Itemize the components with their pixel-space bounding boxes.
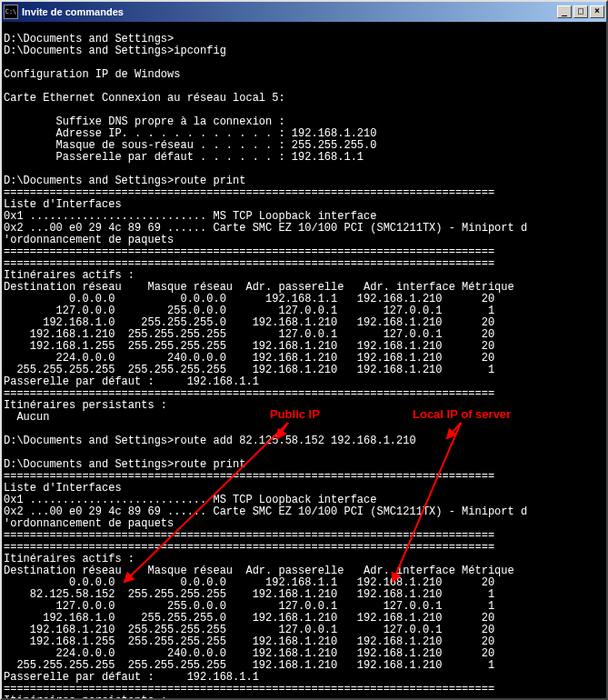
separator: ========================================…: [4, 257, 494, 270]
output-line: Liste d'Interfaces: [4, 482, 122, 495]
prompt-line: D:\Documents and Settings>route print: [4, 458, 245, 471]
route-row: 192.168.1.255 255.255.255.255 192.168.1.…: [4, 635, 494, 648]
route-row: 192.168.1.0 255.255.255.0 192.168.1.210 …: [4, 612, 494, 625]
route-row: 192.168.1.255 255.255.255.255 192.168.1.…: [4, 340, 494, 353]
prompt-line: D:\Documents and Settings>route add 82.1…: [4, 435, 416, 447]
route-header: Destination réseau Masque réseau Adr. pa…: [4, 565, 514, 577]
route-row: 0.0.0.0 0.0.0.0 192.168.1.1 192.168.1.21…: [4, 293, 494, 305]
svg-line-3: [447, 423, 461, 438]
route-row: 224.0.0.0 240.0.0.0 192.168.1.210 192.16…: [4, 647, 494, 660]
route-row: 192.168.1.210 255.255.255.255 127.0.0.1 …: [4, 624, 494, 636]
output-line: 0x1 ........................... MS TCP L…: [4, 494, 376, 506]
output-line: Itinéraires persistants :: [4, 695, 167, 698]
minimize-button[interactable]: _: [557, 5, 572, 18]
output-line: Liste d'Interfaces: [4, 198, 122, 211]
cmd-icon: C:\: [4, 5, 18, 19]
window-title: Invite de commandes: [22, 6, 557, 17]
output-line: Carte Ethernet Connexion au réseau local…: [4, 92, 285, 105]
separator: ========================================…: [4, 245, 494, 258]
output-line: Passerelle par défaut : 192.168.1.1: [4, 375, 259, 388]
output-line: Configuration IP de Windows: [4, 68, 180, 81]
route-row: 127.0.0.0 255.0.0.0 127.0.0.1 127.0.0.1 …: [4, 600, 494, 613]
titlebar[interactable]: C:\ Invite de commandes _ □ ×: [2, 2, 606, 22]
output-line: Itinéraires actifs :: [4, 553, 135, 565]
separator: ========================================…: [4, 387, 494, 400]
route-row: 255.255.255.255 255.255.255.255 192.168.…: [4, 364, 494, 376]
route-header: Destination réseau Masque réseau Adr. pa…: [4, 281, 514, 294]
close-button[interactable]: ×: [590, 5, 604, 18]
console-output[interactable]: D:\Documents and Settings> D:\Documents …: [2, 22, 606, 698]
route-row: 0.0.0.0 0.0.0.0 192.168.1.1 192.168.1.21…: [4, 576, 494, 589]
window-controls: _ □ ×: [557, 5, 604, 18]
output-line: 0x2 ...00 e0 29 4c 89 69 ...... Carte SM…: [4, 505, 527, 518]
route-row: 127.0.0.0 255.0.0.0 127.0.0.1 127.0.0.1 …: [4, 305, 494, 317]
maximize-button[interactable]: □: [573, 5, 588, 18]
route-row: 224.0.0.0 240.0.0.0 192.168.1.210 192.16…: [4, 352, 494, 365]
output-line: 'ordonnancement de paquets: [4, 517, 174, 530]
output-line: Masque de sous-réseau . . . . . . : 255.…: [4, 139, 376, 152]
output-line: Adresse IP. . . . . . . . . . . . : 192.…: [4, 127, 376, 140]
prompt-line: D:\Documents and Settings>ipconfig: [4, 45, 226, 57]
output-line: Passerelle par défaut . . . . . . : 192.…: [4, 151, 364, 164]
prompt-line: D:\Documents and Settings>: [4, 33, 174, 45]
local-ip-label: Local IP of server: [413, 408, 511, 420]
output-line: Itinéraires actifs :: [4, 269, 135, 282]
route-row: 192.168.1.210 255.255.255.255 127.0.0.1 …: [4, 328, 494, 341]
output-line: 0x1 ........................... MS TCP L…: [4, 210, 376, 223]
output-line: 'ordonnancement de paquets: [4, 234, 174, 246]
output-line: Passerelle par défaut : 192.168.1.1: [4, 671, 259, 684]
output-line: Aucun: [4, 411, 49, 424]
separator: ========================================…: [4, 529, 494, 542]
public-ip-label: Public IP: [270, 408, 320, 420]
separator: ========================================…: [4, 683, 494, 695]
separator: ========================================…: [4, 541, 494, 554]
route-row: 192.168.1.0 255.255.255.0 192.168.1.210 …: [4, 316, 494, 329]
command-prompt-window: C:\ Invite de commandes _ □ × D:\Documen…: [0, 0, 608, 700]
route-row: 255.255.255.255 255.255.255.255 192.168.…: [4, 659, 494, 672]
output-line: 0x2 ...00 e0 29 4c 89 69 ...... Carte SM…: [4, 222, 527, 235]
output-line: Suffixe DNS propre à la connexion :: [4, 115, 285, 128]
output-line: Itinéraires persistants :: [4, 399, 167, 412]
route-row: 82.125.58.152 255.255.255.255 192.168.1.…: [4, 588, 494, 601]
separator: ========================================…: [4, 470, 494, 483]
prompt-line: D:\Documents and Settings>route print: [4, 175, 245, 187]
separator: ========================================…: [4, 186, 494, 199]
